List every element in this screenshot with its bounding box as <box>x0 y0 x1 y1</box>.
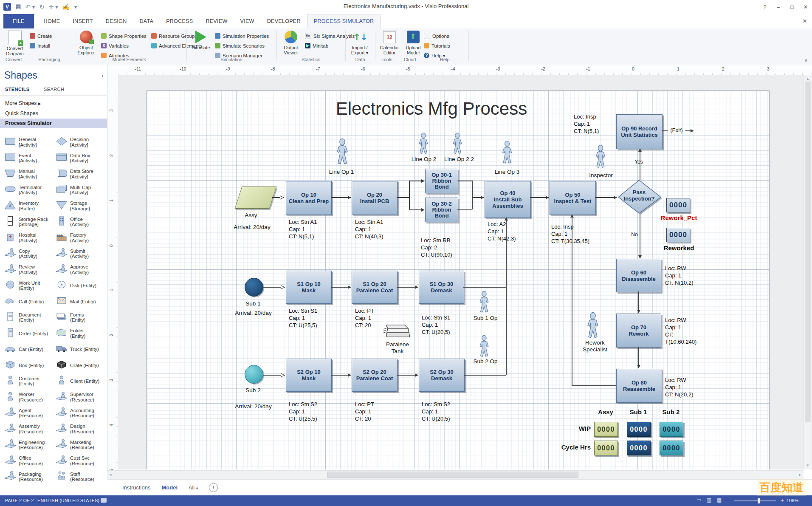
process-box-op50[interactable]: Op 50 Inspect & Test <box>550 181 596 215</box>
person-shape-sub1-op[interactable] <box>478 291 491 313</box>
ribbon-tab[interactable]: PROCESS SIMULATOR <box>307 14 381 28</box>
stencil-shape-item[interactable]: Agent (Resource) <box>3 405 55 421</box>
tab-model[interactable]: Model <box>161 484 178 491</box>
stencil-shape-item[interactable]: Marketing (Resource) <box>55 437 106 453</box>
sub1-entity-shape[interactable] <box>245 278 263 297</box>
stencil-process-simulator[interactable]: Process Simulator <box>0 119 107 128</box>
stencil-shape-item[interactable]: Storage Rack [Storage] <box>3 214 55 230</box>
stencil-shape-item[interactable]: Box (Entity) <box>3 357 55 373</box>
ribbon-tab[interactable]: HOME <box>37 14 67 28</box>
stencil-shape-item[interactable]: Inventory (Buffer) <box>3 198 55 214</box>
maximize-button[interactable]: □ <box>786 0 798 14</box>
stencil-shape-item[interactable]: Crate (Entity) <box>55 357 106 373</box>
process-box-op60[interactable]: Op 60 Disassemble <box>616 259 661 292</box>
person-shape-line-op-1[interactable] <box>335 139 350 165</box>
stencil-shape-item[interactable]: Assembly (Resource) <box>3 421 55 437</box>
scroll-left-icon[interactable]: ◄ <box>109 471 112 479</box>
databox-reworked[interactable]: 0000 <box>666 228 690 242</box>
stencil-shape-item[interactable]: Multi-Cap [Activity] <box>55 182 106 198</box>
process-box-op40[interactable]: Op 40 Install Sub Assemblies <box>485 181 531 218</box>
more-shapes-item[interactable]: More Shapes ▶ <box>5 100 112 106</box>
stencil-shape-item[interactable]: Factory (Activity) <box>55 230 106 246</box>
page-indicator[interactable]: PAGE 2 OF 2 <box>5 498 34 503</box>
stencil-shape-item[interactable]: Car (Entity) <box>3 342 55 358</box>
stencil-shape-item[interactable]: Order (Entity) <box>3 325 55 342</box>
process-box-s2op10[interactable]: S2 Op 10 Mask <box>286 359 332 392</box>
stencil-shape-item[interactable]: Disk (Entity) <box>55 278 106 294</box>
stencil-shape-item[interactable]: Storage [Storage] <box>55 198 106 214</box>
ribbon-tab[interactable]: FILE <box>3 14 34 28</box>
process-box-s1op20[interactable]: S1 Op 20 Paralene Coat <box>352 271 398 304</box>
vertical-scrollbar-thumb[interactable] <box>805 82 811 422</box>
stencil-shape-item[interactable]: Decision [Activity] <box>55 134 106 150</box>
stencil-shape-item[interactable]: Cust Svc (Resource) <box>55 453 106 469</box>
stencil-shape-item[interactable]: Folder (Entity) <box>55 325 106 342</box>
stencil-shape-item[interactable]: Data Box [Activity] <box>55 150 106 167</box>
zoom-slider-thumb[interactable] <box>758 498 760 503</box>
process-box-s1op30[interactable]: S1 Op 30 Demask <box>419 271 464 304</box>
tab-search[interactable]: SEARCH <box>44 87 64 92</box>
stencil-shape-item[interactable]: Client (Entity) <box>55 373 106 390</box>
simulation-properties-button[interactable]: Simulation Properties <box>215 31 269 40</box>
process-box-op90[interactable]: Op 90 Record Unit Statistics <box>616 114 663 149</box>
zoom-slider[interactable] <box>734 500 776 501</box>
stencil-shape-item[interactable]: Copy (Activity) <box>3 246 55 262</box>
output-viewer-button[interactable]: Output Viewer <box>279 31 303 55</box>
drawing-canvas[interactable]: Electronics Mfg Process Line Op 1 Line O… <box>118 75 812 469</box>
view-mode-icon[interactable]: ▤ <box>717 497 722 503</box>
ribbon-tab[interactable]: DATA <box>133 14 160 28</box>
page-filter-dropdown[interactable]: All▴ <box>189 485 198 491</box>
stencil-shape-item[interactable]: Approve (Activity) <box>55 262 106 278</box>
tutorials-button[interactable]: Tutorials <box>424 41 450 50</box>
stencil-shape-item[interactable]: Packaging (Resource) <box>3 469 55 485</box>
zoom-out-button[interactable]: — <box>725 498 729 503</box>
language-indicator[interactable]: ENGLISH (UNITED STATES) <box>37 498 100 503</box>
add-page-button[interactable]: + <box>209 483 218 492</box>
cyclehrs-cell-sub1[interactable]: 0000 <box>627 441 651 455</box>
stencil-shape-item[interactable]: Forms (Entity) <box>55 310 106 326</box>
cyclehrs-cell-assy[interactable]: 0000 <box>594 441 618 455</box>
stencil-shape-item[interactable]: Document (Entity) <box>3 310 55 326</box>
process-box-s2op30[interactable]: S2 Op 30 Demask <box>419 359 465 392</box>
ribbon-tab[interactable]: VIEW <box>234 14 261 28</box>
view-mode-icon[interactable]: ▥ <box>707 497 711 503</box>
stencil-shape-item[interactable]: Office (Activity) <box>55 214 106 230</box>
zoom-percentage[interactable]: 108% <box>787 498 798 503</box>
process-box-op80[interactable]: Op 80 Reassemble <box>616 369 662 403</box>
stencil-shape-item[interactable]: Terminator [Activity] <box>3 182 55 198</box>
cyclehrs-cell-sub2[interactable]: 0000 <box>660 441 683 455</box>
stencil-shape-item[interactable]: Engineering (Resource) <box>3 437 55 453</box>
paralene-tank-shape[interactable] <box>382 323 412 341</box>
stencil-shape-item[interactable]: General [Activity] <box>3 134 55 150</box>
databox-rework-pct[interactable]: 0000 <box>666 198 690 212</box>
tab-instructions[interactable]: Instructions <box>122 484 150 491</box>
stencil-shape-item[interactable]: Mail (Entity) <box>55 294 106 310</box>
stencil-shape-item[interactable]: Submit (Activity) <box>55 246 106 262</box>
horizontal-scrollbar[interactable]: ◄ ► <box>107 470 804 479</box>
horizontal-scrollbar-thumb[interactable] <box>327 472 578 478</box>
drawing-page[interactable]: Electronics Mfg Process Line Op 1 Line O… <box>147 90 770 469</box>
help-button[interactable]: ? <box>758 0 771 14</box>
variables-button[interactable]: XVariables <box>101 41 129 50</box>
object-explorer-button[interactable]: Object Explorer <box>74 31 99 55</box>
stencil-shape-item[interactable]: Supervisor (Resource) <box>55 389 106 405</box>
install-button[interactable]: Install <box>30 41 50 50</box>
options-button[interactable]: Options <box>424 31 449 40</box>
import-export-button[interactable]: ↑↓ Import / Export ▾ <box>347 31 372 55</box>
minimize-button[interactable]: – <box>772 0 785 14</box>
wip-cell-assy[interactable]: 0000 <box>594 422 618 437</box>
zoom-in-button[interactable]: + <box>781 497 784 503</box>
keyboard-icon[interactable] <box>101 498 107 503</box>
person-shape-inspector[interactable] <box>594 145 607 169</box>
document-close-icon[interactable]: ✕ <box>798 14 811 28</box>
stencil-shape-item[interactable]: Office (Resource) <box>3 453 55 469</box>
simulate-scenarios-button[interactable]: Simulate Scenarios <box>215 41 265 50</box>
person-shape-line-op-2[interactable] <box>417 133 429 155</box>
ribbon-collapse-icon[interactable]: ∧ <box>804 57 808 63</box>
person-shape-rework-specialist[interactable] <box>586 312 600 339</box>
calendar-editor-button[interactable]: 12 Calendar Editor <box>377 31 402 55</box>
quick-shapes-item[interactable]: Quick Shapes <box>5 110 112 116</box>
scroll-right-icon[interactable]: ► <box>798 471 802 479</box>
stencil-shape-item[interactable]: Customer (Entity) <box>3 373 55 390</box>
stencil-shape-item[interactable]: Event [Activity] <box>3 150 55 167</box>
